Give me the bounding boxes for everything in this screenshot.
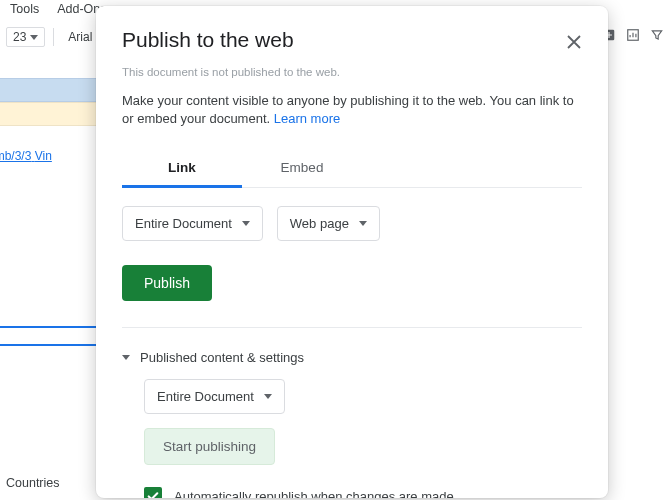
auto-republish-checkbox[interactable] [144,487,162,498]
start-publishing-button[interactable]: Start publishing [144,428,275,465]
cell[interactable]: Ne [0,386,104,406]
selected-cell[interactable]: Cir [0,326,104,346]
tab-bar: Link Embed [122,150,582,188]
settings-expander[interactable]: Published content & settings [122,350,582,365]
range-dropdown[interactable]: Entire Document [122,206,263,241]
cell[interactable]: Me [0,126,104,146]
cell-link[interactable]: ns/thumb/3/3 Vin [0,146,104,166]
menu-tools[interactable]: Tools [10,2,39,16]
cell[interactable]: Sc [0,446,104,466]
expander-label: Published content & settings [140,350,304,365]
cell[interactable]: Ne [0,246,104,266]
cell-link[interactable]: htt [0,186,104,206]
publish-button[interactable]: Publish [122,265,212,301]
cell[interactable]: Vix [0,346,104,366]
tab-embed[interactable]: Embed [242,150,362,187]
toolbar-separator [53,28,54,46]
cell[interactable]: Fra [0,226,104,246]
publish-dialog: Publish to the web This document is not … [96,6,608,498]
chevron-down-icon [359,221,367,226]
auto-republish-label: Automatically republish when changes are… [174,489,454,498]
tab-link[interactable]: Link [122,150,242,187]
check-icon [147,490,159,498]
group-row[interactable]: Au [0,102,104,126]
chart-icon[interactable] [626,28,640,42]
cell[interactable]: The [0,426,104,446]
sheet-tab-countries[interactable]: Countries [0,472,68,494]
chevron-down-icon [242,221,250,226]
cell-link[interactable]: htt [0,306,104,326]
dialog-subtitle: This document is not published to the we… [122,66,582,78]
dialog-title: Publish to the web [122,28,582,52]
font-dropdown[interactable]: Arial [62,28,98,46]
format-dropdown-label: Web page [290,216,349,231]
settings-range-dropdown[interactable]: Entire Document [144,379,285,414]
range-dropdown-label: Entire Document [135,216,232,231]
toolbar-right-icons [602,28,664,42]
chevron-down-icon [122,355,130,360]
cell[interactable]: Ru [0,266,104,286]
dialog-description: Make your content visible to anyone by p… [122,92,582,128]
filter-icon[interactable] [650,28,664,42]
format-dropdown[interactable]: Web page [277,206,380,241]
close-button[interactable] [562,30,586,54]
chevron-down-icon [30,35,38,40]
divider [122,327,582,328]
cell[interactable]: Alc [0,406,104,426]
zoom-dropdown[interactable]: 23 [6,27,45,47]
cell[interactable]: 186 [0,366,104,386]
column-header[interactable]: Si [0,78,104,102]
cell[interactable]: Em [0,286,104,306]
cell[interactable]: De [0,166,104,186]
cell[interactable]: U2 [0,206,104,226]
chevron-down-icon [264,394,272,399]
settings-range-dropdown-label: Entire Document [157,389,254,404]
spreadsheet-partial: Si Au Me ns/thumb/3/3 Vin De htt U2 Fra … [0,78,104,500]
close-icon [567,35,581,49]
learn-more-link[interactable]: Learn more [274,111,340,126]
